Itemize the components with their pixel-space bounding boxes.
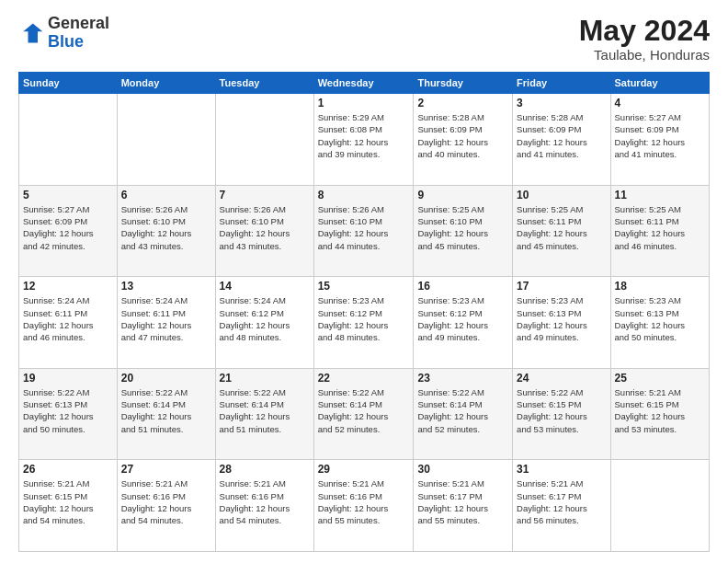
day-info: Sunrise: 5:21 AMSunset: 6:16 PMDaylight:… xyxy=(121,477,211,526)
day-cell: 25Sunrise: 5:21 AMSunset: 6:15 PMDayligh… xyxy=(610,368,709,460)
day-cell: 21Sunrise: 5:22 AMSunset: 6:14 PMDayligh… xyxy=(215,368,313,460)
day-cell: 20Sunrise: 5:22 AMSunset: 6:14 PMDayligh… xyxy=(117,368,215,460)
day-cell: 16Sunrise: 5:23 AMSunset: 6:12 PMDayligh… xyxy=(414,277,513,369)
day-number: 18 xyxy=(615,280,705,293)
day-cell: 1Sunrise: 5:29 AMSunset: 6:08 PMDaylight… xyxy=(313,94,414,186)
title-block: May 2024 Taulabe, Honduras xyxy=(579,15,710,63)
day-cell xyxy=(19,94,118,186)
day-info: Sunrise: 5:22 AMSunset: 6:13 PMDaylight:… xyxy=(23,386,113,435)
day-info: Sunrise: 5:25 AMSunset: 6:11 PMDaylight:… xyxy=(615,203,705,252)
day-info: Sunrise: 5:24 AMSunset: 6:11 PMDaylight:… xyxy=(121,294,211,343)
day-cell: 26Sunrise: 5:21 AMSunset: 6:15 PMDayligh… xyxy=(19,460,118,552)
day-number: 11 xyxy=(615,189,705,201)
day-cell: 2Sunrise: 5:28 AMSunset: 6:09 PMDaylight… xyxy=(414,94,513,186)
day-number: 7 xyxy=(220,189,310,201)
day-info: Sunrise: 5:26 AMSunset: 6:10 PMDaylight:… xyxy=(121,203,211,252)
day-number: 4 xyxy=(615,97,705,109)
week-row-1: 1Sunrise: 5:29 AMSunset: 6:08 PMDaylight… xyxy=(19,94,710,186)
day-number: 2 xyxy=(417,97,508,109)
calendar-table: SundayMondayTuesdayWednesdayThursdayFrid… xyxy=(18,72,710,552)
day-number: 1 xyxy=(318,97,410,109)
day-number: 15 xyxy=(318,280,410,293)
day-cell: 18Sunrise: 5:23 AMSunset: 6:13 PMDayligh… xyxy=(610,277,709,369)
day-cell: 14Sunrise: 5:24 AMSunset: 6:12 PMDayligh… xyxy=(215,277,313,369)
day-cell: 30Sunrise: 5:21 AMSunset: 6:17 PMDayligh… xyxy=(414,460,513,552)
day-info: Sunrise: 5:26 AMSunset: 6:10 PMDaylight:… xyxy=(220,203,310,252)
day-number: 19 xyxy=(23,372,113,385)
day-number: 3 xyxy=(517,97,606,109)
day-info: Sunrise: 5:28 AMSunset: 6:09 PMDaylight:… xyxy=(417,111,508,160)
day-info: Sunrise: 5:29 AMSunset: 6:08 PMDaylight:… xyxy=(318,111,410,160)
header: General Blue May 2024 Taulabe, Honduras xyxy=(18,15,710,63)
day-info: Sunrise: 5:22 AMSunset: 6:15 PMDaylight:… xyxy=(517,386,606,435)
day-info: Sunrise: 5:28 AMSunset: 6:09 PMDaylight:… xyxy=(517,111,606,160)
week-row-2: 5Sunrise: 5:27 AMSunset: 6:09 PMDaylight… xyxy=(19,185,710,277)
day-info: Sunrise: 5:27 AMSunset: 6:09 PMDaylight:… xyxy=(23,203,113,252)
day-number: 5 xyxy=(23,189,113,201)
day-cell: 15Sunrise: 5:23 AMSunset: 6:12 PMDayligh… xyxy=(313,277,414,369)
day-number: 17 xyxy=(517,280,606,293)
logo-icon xyxy=(18,20,44,46)
day-info: Sunrise: 5:24 AMSunset: 6:11 PMDaylight:… xyxy=(23,294,113,343)
day-info: Sunrise: 5:25 AMSunset: 6:11 PMDaylight:… xyxy=(517,203,606,252)
day-cell: 5Sunrise: 5:27 AMSunset: 6:09 PMDaylight… xyxy=(19,185,118,277)
header-cell-saturday: Saturday xyxy=(610,73,709,94)
week-row-4: 19Sunrise: 5:22 AMSunset: 6:13 PMDayligh… xyxy=(19,368,710,460)
day-number: 14 xyxy=(220,280,310,293)
day-info: Sunrise: 5:22 AMSunset: 6:14 PMDaylight:… xyxy=(121,386,211,435)
header-cell-wednesday: Wednesday xyxy=(313,73,414,94)
day-cell: 10Sunrise: 5:25 AMSunset: 6:11 PMDayligh… xyxy=(513,185,610,277)
day-info: Sunrise: 5:23 AMSunset: 6:12 PMDaylight:… xyxy=(318,294,410,343)
day-cell: 4Sunrise: 5:27 AMSunset: 6:09 PMDaylight… xyxy=(610,94,709,186)
day-cell: 13Sunrise: 5:24 AMSunset: 6:11 PMDayligh… xyxy=(117,277,215,369)
day-number: 29 xyxy=(318,463,410,476)
day-cell xyxy=(215,94,313,186)
logo-blue: Blue xyxy=(48,32,84,51)
day-info: Sunrise: 5:23 AMSunset: 6:12 PMDaylight:… xyxy=(417,294,508,343)
logo: General Blue xyxy=(18,15,109,52)
main-title: May 2024 xyxy=(579,15,710,47)
day-number: 10 xyxy=(517,189,606,201)
day-cell: 28Sunrise: 5:21 AMSunset: 6:16 PMDayligh… xyxy=(215,460,313,552)
header-cell-thursday: Thursday xyxy=(414,73,513,94)
day-info: Sunrise: 5:24 AMSunset: 6:12 PMDaylight:… xyxy=(220,294,310,343)
page: General Blue May 2024 Taulabe, Honduras … xyxy=(0,0,728,563)
day-cell: 9Sunrise: 5:25 AMSunset: 6:10 PMDaylight… xyxy=(414,185,513,277)
day-number: 30 xyxy=(417,463,508,476)
day-info: Sunrise: 5:23 AMSunset: 6:13 PMDaylight:… xyxy=(517,294,606,343)
calendar-header: SundayMondayTuesdayWednesdayThursdayFrid… xyxy=(19,73,710,94)
day-cell: 27Sunrise: 5:21 AMSunset: 6:16 PMDayligh… xyxy=(117,460,215,552)
day-info: Sunrise: 5:21 AMSunset: 6:16 PMDaylight:… xyxy=(220,477,310,526)
day-number: 26 xyxy=(23,463,113,476)
svg-marker-0 xyxy=(23,23,42,42)
day-info: Sunrise: 5:26 AMSunset: 6:10 PMDaylight:… xyxy=(318,203,410,252)
day-cell: 11Sunrise: 5:25 AMSunset: 6:11 PMDayligh… xyxy=(610,185,709,277)
day-number: 28 xyxy=(220,463,310,476)
day-cell xyxy=(117,94,215,186)
week-row-5: 26Sunrise: 5:21 AMSunset: 6:15 PMDayligh… xyxy=(19,460,710,552)
day-number: 21 xyxy=(220,372,310,385)
header-row: SundayMondayTuesdayWednesdayThursdayFrid… xyxy=(19,73,710,94)
day-info: Sunrise: 5:27 AMSunset: 6:09 PMDaylight:… xyxy=(615,111,705,160)
calendar-body: 1Sunrise: 5:29 AMSunset: 6:08 PMDaylight… xyxy=(19,94,710,552)
day-cell: 3Sunrise: 5:28 AMSunset: 6:09 PMDaylight… xyxy=(513,94,610,186)
header-cell-friday: Friday xyxy=(513,73,610,94)
day-number: 20 xyxy=(121,372,211,385)
day-number: 25 xyxy=(615,372,705,385)
day-number: 6 xyxy=(121,189,211,201)
day-cell: 17Sunrise: 5:23 AMSunset: 6:13 PMDayligh… xyxy=(513,277,610,369)
day-number: 24 xyxy=(517,372,606,385)
day-number: 16 xyxy=(417,280,508,293)
day-cell: 23Sunrise: 5:22 AMSunset: 6:14 PMDayligh… xyxy=(414,368,513,460)
day-number: 9 xyxy=(417,189,508,201)
day-number: 22 xyxy=(318,372,410,385)
day-info: Sunrise: 5:21 AMSunset: 6:17 PMDaylight:… xyxy=(517,477,606,526)
day-number: 23 xyxy=(417,372,508,385)
day-number: 8 xyxy=(318,189,410,201)
header-cell-sunday: Sunday xyxy=(19,73,118,94)
day-cell: 6Sunrise: 5:26 AMSunset: 6:10 PMDaylight… xyxy=(117,185,215,277)
day-cell: 12Sunrise: 5:24 AMSunset: 6:11 PMDayligh… xyxy=(19,277,118,369)
day-number: 12 xyxy=(23,280,113,293)
day-info: Sunrise: 5:21 AMSunset: 6:15 PMDaylight:… xyxy=(615,386,705,435)
logo-text: General Blue xyxy=(48,15,109,52)
